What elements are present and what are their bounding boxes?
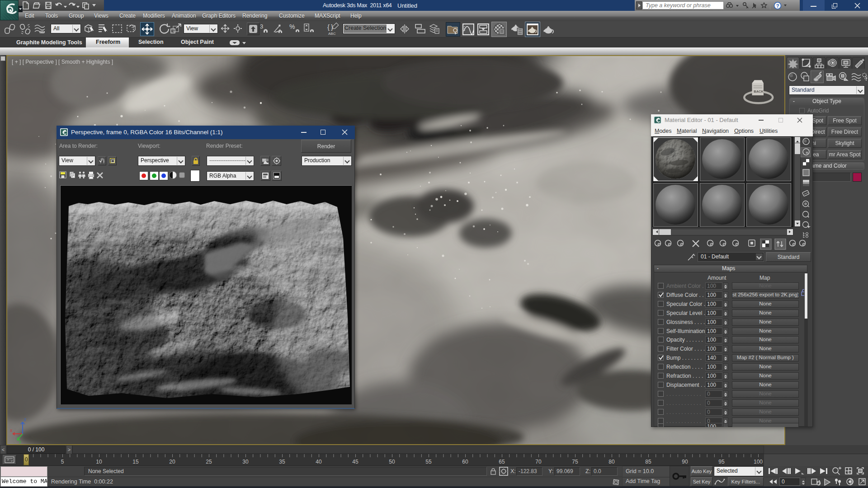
svg-text:90: 90 [682, 459, 688, 465]
svg-text:40: 40 [316, 459, 322, 465]
svg-text:3: 3 [260, 23, 263, 30]
svg-text:95: 95 [718, 459, 725, 465]
svg-text:55: 55 [425, 459, 432, 465]
svg-text:25: 25 [206, 459, 212, 465]
svg-text:5: 5 [61, 459, 64, 465]
svg-text:100: 100 [754, 459, 763, 465]
svg-text:20: 20 [169, 459, 175, 465]
svg-text:80: 80 [609, 459, 615, 465]
svg-text:85: 85 [645, 459, 651, 465]
svg-text:60: 60 [462, 459, 468, 465]
svg-text:x: x [10, 428, 12, 433]
svg-text:30: 30 [242, 459, 249, 465]
svg-text:50: 50 [389, 459, 395, 465]
svg-text:%: % [289, 23, 295, 30]
svg-text:70: 70 [535, 459, 542, 465]
svg-text:75: 75 [572, 459, 578, 465]
svg-text:35: 35 [279, 459, 285, 465]
svg-text:z: z [24, 417, 26, 422]
svg-text:{ }: { } [327, 23, 333, 31]
svg-text:ABC: ABC [328, 32, 336, 36]
svg-text:10: 10 [96, 459, 102, 465]
svg-text:15: 15 [132, 459, 139, 465]
svg-text:65: 65 [499, 459, 505, 465]
svg-text:y: y [19, 439, 21, 444]
svg-text:45: 45 [352, 459, 359, 465]
svg-text:?: ? [776, 3, 779, 9]
svg-text:BACK: BACK [754, 89, 764, 94]
